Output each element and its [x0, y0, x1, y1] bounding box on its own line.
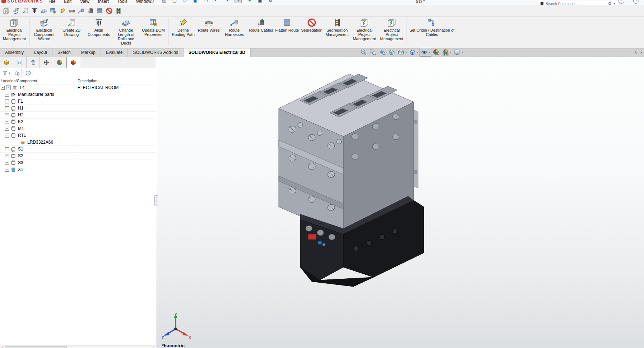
change-length-rails-ducts-button[interactable]: Change Length of Rails and Ducts: [112, 18, 140, 45]
tree-row-lrd3322a66[interactable]: LRD3322A66: [0, 139, 156, 146]
tree-row-x1[interactable]: X1: [0, 166, 156, 173]
tab-dimxpert-manager[interactable]: [40, 57, 53, 68]
route-cables-button[interactable]: Route Cables: [248, 18, 274, 32]
tab-property-manager[interactable]: [13, 57, 27, 68]
electrical-project-management-button[interactable]: Electrical Project Management: [351, 18, 378, 41]
view-orientation-button[interactable]: [397, 48, 408, 56]
expand-toggle-icon[interactable]: [5, 147, 9, 151]
tree-horizontal-scrollbar[interactable]: ◄ ►: [0, 345, 156, 348]
scroll-left-icon[interactable]: ◄: [0, 346, 4, 348]
tab-solidworks-electrical-3d[interactable]: SOLIDWORKS Electrical 3D: [184, 48, 251, 57]
tab-evaluate[interactable]: Evaluate: [101, 48, 128, 57]
checkbox[interactable]: [6, 85, 11, 90]
expand-toggle-icon[interactable]: [5, 120, 9, 124]
collapse-commandmanager-icon[interactable]: ∧: [634, 50, 637, 55]
menu-item[interactable]: Tools: [117, 0, 128, 4]
route-wires-button[interactable]: Route Wires: [197, 18, 221, 32]
expand-toggle-icon[interactable]: [1, 86, 5, 90]
scroll-right-icon[interactable]: ►: [152, 346, 156, 348]
edit-appearance-button[interactable]: [432, 48, 441, 56]
tree-row-l4[interactable]: L4 ELECTRICAL ROOM: [0, 84, 156, 91]
search-icon[interactable]: [608, 2, 612, 5]
expand-toggle-icon[interactable]: [5, 134, 9, 138]
tree-row-h2[interactable]: H2: [0, 112, 156, 119]
hide-show-items-button[interactable]: [420, 48, 431, 57]
expand-toggle-icon[interactable]: [5, 106, 9, 110]
expand-toggle-icon[interactable]: [5, 161, 9, 165]
scrollbar-thumb[interactable]: [5, 346, 67, 348]
electrical-project-management-button[interactable]: Electrical Project Management: [1, 18, 28, 41]
menu-item[interactable]: Insert: [98, 0, 109, 4]
help-sphere-icon[interactable]: ●: [247, 0, 252, 3]
expand-toggle-icon[interactable]: [5, 113, 9, 117]
column-header-description[interactable]: Description: [78, 79, 97, 83]
redo-icon[interactable]: ↷: [224, 0, 229, 3]
tab-display-manager[interactable]: [53, 57, 66, 68]
create-2d-drawing-icon[interactable]: [21, 6, 29, 15]
change-length-rails-ducts-icon[interactable]: [40, 6, 48, 15]
open-document-icon[interactable]: ▱: [182, 0, 187, 3]
align-components-button[interactable]: Align Components: [85, 18, 112, 37]
tab-sketch[interactable]: Sketch: [52, 48, 76, 57]
segregation-management-button[interactable]: Segregation Management: [324, 18, 351, 37]
save-icon[interactable]: ▣: [193, 0, 198, 3]
pin-commandmanager-icon[interactable]: ▪: [641, 50, 642, 55]
tree-row-h1[interactable]: H1: [0, 105, 156, 112]
search-input[interactable]: [545, 1, 607, 5]
define-routing-path-icon[interactable]: [58, 6, 67, 15]
display-style-button[interactable]: [408, 48, 419, 56]
segregation-button[interactable]: Segregation: [300, 18, 323, 32]
tab-configuration-manager[interactable]: [27, 57, 40, 68]
flatten-route-icon[interactable]: [96, 6, 104, 15]
set-origin-destination-of-cables-button[interactable]: Set Origin / Destination of Cables: [408, 18, 456, 37]
undo-icon[interactable]: ↶: [214, 0, 219, 3]
information-button[interactable]: [23, 69, 33, 77]
tree-row-k2[interactable]: K2: [0, 119, 156, 125]
tree-row-s1[interactable]: S1: [0, 146, 156, 153]
zoom-to-fit-button[interactable]: [359, 48, 368, 56]
menu-item[interactable]: Window: [136, 0, 152, 4]
segregation-management-icon[interactable]: [114, 6, 123, 15]
apply-scene-button[interactable]: [441, 48, 452, 56]
route-harnesses-button[interactable]: Route Harnesses: [221, 18, 248, 37]
update-bom-properties-button[interactable]: Update BOM Properties: [140, 18, 167, 37]
tree-row-s2[interactable]: S2: [0, 153, 156, 159]
expand-toggle-icon[interactable]: [5, 168, 9, 172]
previous-view-button[interactable]: [378, 48, 387, 56]
tab-assembly[interactable]: Assembly: [0, 48, 29, 57]
pin-icon[interactable]: [150, 0, 154, 3]
define-routing-path-button[interactable]: Define Routing Path: [170, 18, 197, 37]
panel-splitter-handle[interactable]: [154, 195, 158, 206]
section-view-button[interactable]: [387, 48, 396, 56]
align-components-icon[interactable]: [30, 6, 39, 15]
view-columns-icon[interactable]: ▥: [162, 0, 167, 3]
flatten-route-button[interactable]: Flatten Route: [274, 18, 300, 32]
rebuild-icon[interactable]: ▣: [258, 0, 263, 3]
menu-item[interactable]: Edit: [64, 0, 71, 4]
help-icon[interactable]: ?: [633, 0, 639, 4]
expand-toggle-icon[interactable]: [5, 154, 9, 158]
filter-button[interactable]: [1, 69, 11, 77]
tree-row-m1[interactable]: M1: [0, 125, 156, 132]
search-caret-icon[interactable]: ▾: [613, 2, 615, 5]
expand-toggle-icon[interactable]: [5, 127, 9, 131]
tab-feature-manager[interactable]: [0, 57, 13, 68]
select-arrow-icon[interactable]: ↖: [235, 0, 242, 3]
menu-item[interactable]: View: [80, 0, 89, 4]
expand-toggle-icon[interactable]: [5, 93, 9, 97]
tab-solidworks-add-ins[interactable]: SOLIDWORKS Add-Ins: [128, 48, 183, 57]
search-commands-box[interactable]: ▾: [539, 1, 617, 5]
tab-layout[interactable]: Layout: [29, 48, 52, 57]
route-cables-icon[interactable]: [86, 6, 95, 15]
electrical-project-management-icon[interactable]: [2, 6, 11, 15]
create-2d-drawing-button[interactable]: Create 2D Drawing: [58, 18, 85, 37]
view-settings-button[interactable]: [453, 48, 464, 56]
account-icon[interactable]: ∙: [618, 0, 624, 4]
tree-row-manufacturer-parts[interactable]: Manufacturer parts: [0, 91, 156, 98]
menu-item[interactable]: File: [48, 0, 55, 4]
options-gear-icon[interactable]: ⚙: [268, 0, 273, 3]
print-icon[interactable]: ⎙: [203, 0, 208, 3]
tree-row-rt1[interactable]: RT1: [0, 132, 156, 139]
tree-row-s3[interactable]: S3: [0, 159, 156, 166]
tab-electrical-manager[interactable]: [66, 57, 80, 68]
